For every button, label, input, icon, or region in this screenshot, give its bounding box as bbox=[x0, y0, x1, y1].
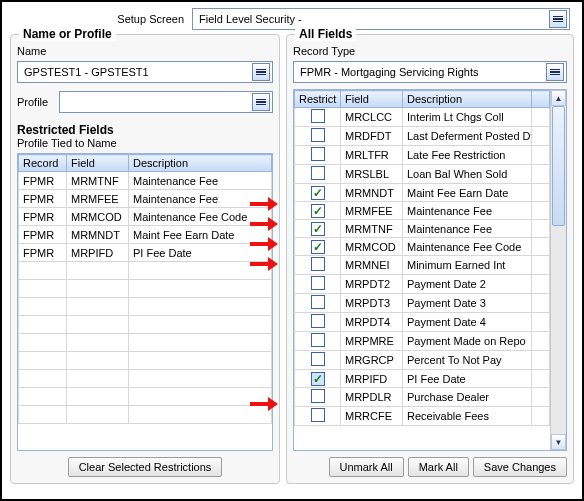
cell-description: Percent To Not Pay bbox=[403, 351, 532, 370]
cell-restrict[interactable] bbox=[295, 220, 341, 238]
cell-field: MRDFDT bbox=[341, 127, 403, 146]
col-description[interactable]: Description bbox=[403, 91, 532, 108]
cell-restrict[interactable] bbox=[295, 108, 341, 127]
scroll-track[interactable] bbox=[551, 106, 566, 434]
cell-description: Receivable Fees bbox=[403, 407, 532, 426]
table-row[interactable]: FPMRMRMCODMaintenance Fee Code bbox=[19, 208, 272, 226]
cell-restrict[interactable] bbox=[295, 202, 341, 220]
restrict-checkbox[interactable] bbox=[311, 166, 325, 180]
dropdown-icon[interactable] bbox=[549, 10, 567, 28]
col-record[interactable]: Record bbox=[19, 155, 67, 172]
table-row[interactable] bbox=[19, 298, 272, 316]
restrict-checkbox[interactable] bbox=[311, 240, 325, 254]
dropdown-icon[interactable] bbox=[546, 63, 564, 81]
table-row[interactable]: FPMRMRMFEEMaintenance Fee bbox=[19, 190, 272, 208]
restrict-checkbox[interactable] bbox=[311, 333, 325, 347]
panel-title-left: Name or Profile bbox=[19, 27, 116, 41]
vertical-scrollbar[interactable]: ▲ ▼ bbox=[550, 90, 566, 450]
cell-restrict[interactable] bbox=[295, 388, 341, 407]
restrict-checkbox[interactable] bbox=[311, 352, 325, 366]
table-row[interactable]: MRMCODMaintenance Fee Code bbox=[295, 238, 550, 256]
col-field[interactable]: Field bbox=[341, 91, 403, 108]
cell-restrict[interactable] bbox=[295, 165, 341, 184]
cell-restrict[interactable] bbox=[295, 275, 341, 294]
col-description[interactable]: Description bbox=[129, 155, 272, 172]
profile-combo[interactable] bbox=[59, 91, 273, 113]
cell-restrict[interactable] bbox=[295, 294, 341, 313]
table-row[interactable] bbox=[19, 388, 272, 406]
restrict-checkbox[interactable] bbox=[311, 372, 325, 386]
table-row[interactable]: MRMTNFMaintenance Fee bbox=[295, 220, 550, 238]
cell-restrict[interactable] bbox=[295, 146, 341, 165]
table-row[interactable]: MRCLCCInterim Lt Chgs Coll bbox=[295, 108, 550, 127]
cell-field: MRMNDT bbox=[67, 226, 129, 244]
table-row[interactable]: MRPIFDPI Fee Date bbox=[295, 370, 550, 388]
restrict-checkbox[interactable] bbox=[311, 314, 325, 328]
restrict-checkbox[interactable] bbox=[311, 109, 325, 123]
cell-description: Payment Made on Repo bbox=[403, 332, 532, 351]
restrict-checkbox[interactable] bbox=[311, 204, 325, 218]
table-row[interactable]: MRSLBLLoan Bal When Sold bbox=[295, 165, 550, 184]
name-combo[interactable]: GPSTEST1 - GPSTEST1 bbox=[17, 61, 273, 83]
restrict-checkbox[interactable] bbox=[311, 222, 325, 236]
table-row[interactable] bbox=[19, 280, 272, 298]
cell-restrict[interactable] bbox=[295, 351, 341, 370]
cell-field: MRMTNF bbox=[341, 220, 403, 238]
restrict-checkbox[interactable] bbox=[311, 389, 325, 403]
dropdown-icon[interactable] bbox=[252, 93, 270, 111]
table-row[interactable]: MRPDT2Payment Date 2 bbox=[295, 275, 550, 294]
table-row[interactable]: MRPMREPayment Made on Repo bbox=[295, 332, 550, 351]
restrict-checkbox[interactable] bbox=[311, 276, 325, 290]
dropdown-icon[interactable] bbox=[252, 63, 270, 81]
mark-all-button[interactable]: Mark All bbox=[408, 457, 469, 477]
cell-restrict[interactable] bbox=[295, 332, 341, 351]
cell-restrict[interactable] bbox=[295, 256, 341, 275]
scroll-up-icon[interactable]: ▲ bbox=[551, 90, 566, 106]
scroll-down-icon[interactable]: ▼ bbox=[551, 434, 566, 450]
restrict-checkbox[interactable] bbox=[311, 186, 325, 200]
panel-title-right: All Fields bbox=[295, 27, 356, 41]
cell-restrict[interactable] bbox=[295, 184, 341, 202]
table-row[interactable] bbox=[19, 406, 272, 424]
cell-restrict[interactable] bbox=[295, 407, 341, 426]
save-changes-button[interactable]: Save Changes bbox=[473, 457, 567, 477]
table-row[interactable] bbox=[19, 334, 272, 352]
table-row[interactable]: MRGRCPPercent To Not Pay bbox=[295, 351, 550, 370]
table-row[interactable]: MRPDT3Payment Date 3 bbox=[295, 294, 550, 313]
table-row[interactable] bbox=[19, 370, 272, 388]
table-row[interactable] bbox=[19, 262, 272, 280]
col-field[interactable]: Field bbox=[67, 155, 129, 172]
cell-restrict[interactable] bbox=[295, 238, 341, 256]
table-row[interactable]: MRPDT4Payment Date 4 bbox=[295, 313, 550, 332]
cell-restrict[interactable] bbox=[295, 370, 341, 388]
restricted-fields-grid[interactable]: Record Field Description FPMRMRMTNFMaint… bbox=[17, 153, 273, 451]
restrict-checkbox[interactable] bbox=[311, 257, 325, 271]
record-type-combo[interactable]: FPMR - Mortgaging Servicing Rights bbox=[293, 61, 567, 83]
table-row[interactable]: MRLTFRLate Fee Restriction bbox=[295, 146, 550, 165]
table-row[interactable]: FPMRMRMTNFMaintenance Fee bbox=[19, 172, 272, 190]
table-row[interactable]: MRMNDTMaint Fee Earn Date bbox=[295, 184, 550, 202]
table-row[interactable]: MRMNEIMinimum Earned Int bbox=[295, 256, 550, 275]
restrict-checkbox[interactable] bbox=[311, 295, 325, 309]
table-row[interactable]: MRPDLRPurchase Dealer bbox=[295, 388, 550, 407]
clear-selected-restrictions-button[interactable]: Clear Selected Restrictions bbox=[68, 457, 223, 477]
restrict-checkbox[interactable] bbox=[311, 408, 325, 422]
restrict-checkbox[interactable] bbox=[311, 128, 325, 142]
cell-field: MRPDT2 bbox=[341, 275, 403, 294]
table-row[interactable] bbox=[19, 352, 272, 370]
table-row[interactable]: MRRCFEReceivable Fees bbox=[295, 407, 550, 426]
cell-restrict[interactable] bbox=[295, 313, 341, 332]
cell-restrict[interactable] bbox=[295, 127, 341, 146]
table-row[interactable]: FPMRMRMNDTMaint Fee Earn Date bbox=[19, 226, 272, 244]
col-restrict[interactable]: Restrict bbox=[295, 91, 341, 108]
cell-field: MRMCOD bbox=[341, 238, 403, 256]
table-row[interactable]: MRDFDTLast Deferment Posted Dt bbox=[295, 127, 550, 146]
table-row[interactable] bbox=[19, 316, 272, 334]
all-fields-grid[interactable]: Restrict Field Description MRCLCCInterim… bbox=[293, 89, 567, 451]
unmark-all-button[interactable]: Unmark All bbox=[329, 457, 404, 477]
setup-screen-combo[interactable]: Field Level Security - bbox=[192, 8, 570, 30]
scroll-thumb[interactable] bbox=[552, 106, 565, 226]
restrict-checkbox[interactable] bbox=[311, 147, 325, 161]
table-row[interactable]: FPMRMRPIFDPI Fee Date bbox=[19, 244, 272, 262]
table-row[interactable]: MRMFEEMaintenance Fee bbox=[295, 202, 550, 220]
